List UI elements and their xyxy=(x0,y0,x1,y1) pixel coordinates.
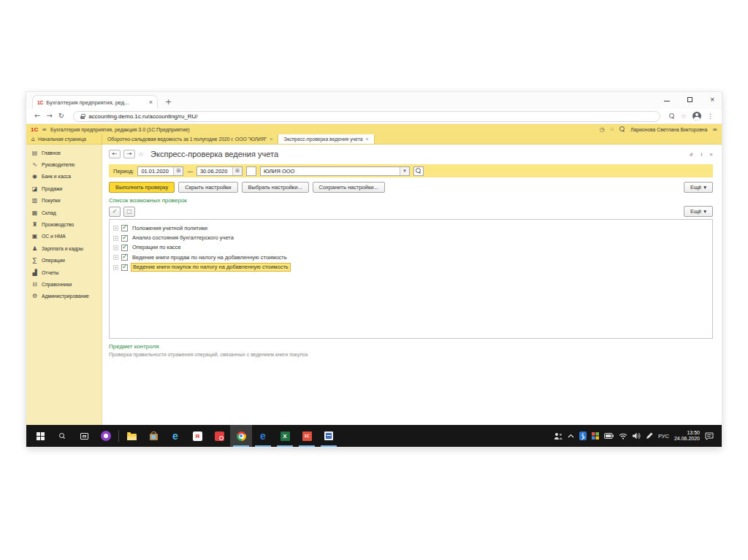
choose-settings-button[interactable]: Выбрать настройки... xyxy=(242,182,309,193)
tab-close-icon[interactable]: × xyxy=(270,137,272,142)
forward-icon[interactable]: → xyxy=(46,112,52,120)
sidebar-item-manager[interactable]: ∿ Руководителю xyxy=(26,158,102,170)
red-app-button[interactable] xyxy=(208,425,230,447)
battery-icon[interactable] xyxy=(604,433,614,439)
sidebar-item-directories[interactable]: ⊟ Справочники xyxy=(26,278,102,290)
expander-icon[interactable]: + xyxy=(113,265,118,270)
check-row-purchase-book[interactable]: + ✓ Ведение книги покупок по налогу на д… xyxy=(113,263,712,272)
check-label[interactable]: Операции по кассе xyxy=(131,244,183,251)
tab-express-check[interactable]: Экспресс-проверка ведения учета × xyxy=(278,134,374,144)
zoom-icon[interactable] xyxy=(669,113,675,119)
expander-icon[interactable]: + xyxy=(113,226,118,231)
form-close-icon[interactable]: × xyxy=(709,151,713,158)
profile-avatar[interactable] xyxy=(692,112,701,120)
file-explorer-button[interactable] xyxy=(121,425,142,447)
period-options-button[interactable] xyxy=(246,166,256,176)
browser-tab[interactable]: 1С Бухгалтерия предприятия, ред... × xyxy=(32,95,158,109)
check-label-selected[interactable]: Ведение книги покупок по налогу на добав… xyxy=(131,263,291,272)
edge-button[interactable]: e xyxy=(252,425,274,447)
checkbox[interactable]: ✓ xyxy=(121,235,128,242)
people-icon[interactable] xyxy=(554,432,562,440)
clock[interactable]: 13:50 24.06.2020 xyxy=(674,430,700,442)
run-check-button[interactable]: Выполнить проверку xyxy=(109,182,175,193)
checkbox[interactable]: ✓ xyxy=(121,254,128,261)
period-from-value[interactable]: 01.01.2020 xyxy=(138,168,173,174)
taskbar-search-button[interactable] xyxy=(51,425,73,447)
minimize-button[interactable] xyxy=(664,101,670,101)
check-row-accounting-state[interactable]: + ✓ Анализ состояния бухгалтерского учет… xyxy=(113,233,712,242)
bookmark-star-icon[interactable]: ☆ xyxy=(681,112,687,120)
sidebar-item-sales[interactable]: ◪ Продажи xyxy=(26,183,102,194)
link-icon[interactable]: ∞ xyxy=(687,150,695,158)
sidebar-item-purchases[interactable]: ▥ Покупки xyxy=(26,195,102,207)
check-label[interactable]: Анализ состояния бухгалтерского учета xyxy=(131,234,235,242)
sidebar-item-reports[interactable]: ▟ Отчеты xyxy=(26,266,102,278)
back-icon[interactable]: ← xyxy=(34,112,40,120)
cortana-button[interactable] xyxy=(95,425,117,447)
organization-choose-button[interactable] xyxy=(413,166,424,176)
save-settings-button[interactable]: Сохранить настройки... xyxy=(313,182,385,193)
check-label[interactable]: Положения учетной политики xyxy=(131,225,209,232)
checkbox[interactable]: ✓ xyxy=(121,225,128,231)
language-indicator[interactable]: РУС xyxy=(658,433,669,440)
service-menu-icon[interactable]: ≡ xyxy=(712,126,717,133)
chrome-button[interactable] xyxy=(230,425,252,447)
bluetooth-icon[interactable] xyxy=(579,431,587,440)
info-icon[interactable]: i xyxy=(701,151,703,158)
more-button[interactable]: Ещё▾ xyxy=(684,182,713,193)
store-button[interactable] xyxy=(142,425,164,447)
tab-close-icon[interactable]: × xyxy=(365,137,368,142)
tab-osv-report[interactable]: Оборотно-сальдовая ведомость за 1 полуго… xyxy=(102,134,278,144)
reload-icon[interactable]: ↻ xyxy=(58,112,64,120)
yandex-browser-button[interactable]: Я xyxy=(186,425,208,447)
check-all-button[interactable]: ✓ xyxy=(109,207,121,217)
sidebar-item-operations[interactable]: ∑ Операции xyxy=(26,255,102,266)
show-hidden-icons-chevron[interactable] xyxy=(568,434,574,438)
tab-close-icon[interactable]: × xyxy=(149,99,153,106)
check-label[interactable]: Ведение книги продаж по налогу на добавл… xyxy=(131,254,289,261)
expander-icon[interactable]: + xyxy=(113,245,118,250)
expander-icon[interactable]: + xyxy=(113,236,118,241)
dropdown-icon[interactable]: ▾ xyxy=(400,167,409,175)
sidebar-item-fixed-assets[interactable]: ▣ ОС и НМА xyxy=(26,231,102,242)
excel-button[interactable]: X xyxy=(274,425,296,447)
checkbox[interactable]: ✓ xyxy=(121,245,128,251)
volume-icon[interactable] xyxy=(633,432,641,440)
period-to-value[interactable]: 30.06.2020 xyxy=(197,168,232,174)
list-more-button[interactable]: Ещё▾ xyxy=(684,206,713,217)
internet-explorer-button[interactable]: e xyxy=(164,425,186,447)
pen-icon[interactable] xyxy=(646,432,653,440)
close-button[interactable]: × xyxy=(710,96,714,103)
sidebar-item-warehouse[interactable]: ▦ Склад xyxy=(26,207,102,218)
nav-forward-button[interactable]: → xyxy=(123,150,135,158)
hamburger-icon[interactable]: ≡ xyxy=(42,126,47,133)
history-icon[interactable]: ◷ xyxy=(600,126,605,133)
favorite-star-icon[interactable]: ☆ xyxy=(138,150,144,158)
sidebar-item-administration[interactable]: ⚙ Администрирование xyxy=(26,291,102,302)
hide-settings-button[interactable]: Скрыть настройки xyxy=(178,182,237,193)
sidebar-item-payroll[interactable]: ♟ Зарплата и кадры xyxy=(26,242,102,254)
period-to-field[interactable]: 30.06.2020 ⊞ xyxy=(196,166,243,176)
check-row-sales-book[interactable]: + ✓ Ведение книги продаж по налогу на до… xyxy=(113,253,712,262)
new-tab-button[interactable]: + xyxy=(165,99,172,106)
sidebar-item-main[interactable]: ▤ Главное xyxy=(26,147,102,158)
defender-color-icon[interactable] xyxy=(592,432,599,440)
expander-icon[interactable]: + xyxy=(113,255,118,260)
1c-document-button[interactable] xyxy=(318,425,340,447)
start-button[interactable] xyxy=(29,425,51,447)
nav-back-button[interactable]: ← xyxy=(109,150,121,158)
sidebar-item-production[interactable]: ♜ Производство xyxy=(26,218,102,230)
browser-menu-icon[interactable]: ⋮ xyxy=(707,112,714,120)
favorites-star-icon[interactable]: ☆ xyxy=(610,126,614,132)
tab-home[interactable]: ⌂ Начальная страница xyxy=(26,134,102,144)
checkbox[interactable]: ✓ xyxy=(121,264,128,271)
organization-field[interactable]: ЮЛИЯ ООО ▾ xyxy=(260,166,410,176)
wifi-icon[interactable] xyxy=(619,433,627,440)
1c-logo[interactable]: 1С xyxy=(31,126,38,133)
1c-enterprise-button[interactable]: 1С xyxy=(296,425,318,447)
period-from-field[interactable]: 01.01.2020 ⊞ xyxy=(137,166,183,176)
uncheck-all-button[interactable]: □ xyxy=(123,207,135,217)
task-view-button[interactable] xyxy=(73,425,95,447)
check-row-accounting-policy[interactable]: + ✓ Положения учетной политики xyxy=(113,223,712,233)
calendar-icon[interactable]: ⊞ xyxy=(173,167,183,175)
